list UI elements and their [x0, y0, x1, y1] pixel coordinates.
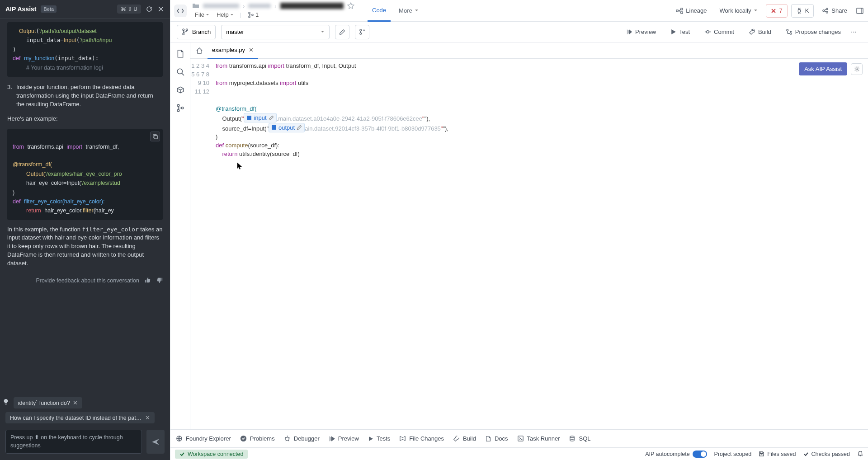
tab-more[interactable]: More	[394, 0, 423, 22]
file-icon[interactable]	[175, 49, 185, 59]
branch-bar: Branch master Preview Test Commit Build …	[170, 22, 868, 42]
notifications-icon[interactable]	[857, 450, 863, 458]
svg-point-9	[826, 11, 828, 13]
dataset-chip-output[interactable]: output	[269, 123, 305, 132]
tab-debugger[interactable]: Debugger	[284, 435, 320, 442]
close-icon[interactable]	[157, 5, 165, 13]
workspace-status: Workspace connected	[175, 450, 248, 459]
aip-code-block-2: from transforms.api import transform_df,…	[7, 129, 163, 220]
aip-beta-badge: Beta	[41, 5, 57, 13]
aip-assist-panel: AIP Assist Beta ⌘ ⇧ U Output('/path/to/o…	[0, 0, 170, 460]
files-saved-status: Files saved	[759, 451, 796, 457]
status-bar: Workspace connected AIP autocomplete Pro…	[170, 447, 868, 460]
close-icon[interactable]: ✕	[73, 399, 78, 406]
file-tab-examples[interactable]: examples.py ✕	[208, 42, 258, 59]
lineage-button[interactable]: Lineage	[671, 4, 711, 18]
main-area: › › File Help | 1 Code More Lineage	[170, 0, 868, 460]
tab-foundry-explorer[interactable]: Foundry Explorer	[176, 435, 231, 442]
step-text: Inside your function, perform the desire…	[16, 83, 163, 109]
svg-point-28	[285, 437, 289, 441]
refresh-icon[interactable]	[146, 5, 153, 13]
svg-point-21	[177, 109, 179, 112]
suggestion-chip-2[interactable]: How can I specify the dataset ID instead…	[5, 412, 155, 423]
svg-point-2	[249, 16, 250, 18]
home-icon[interactable]	[192, 43, 207, 58]
example-intro: Here's an example:	[7, 115, 163, 123]
tab-docs[interactable]: Docs	[485, 435, 508, 442]
tab-preview[interactable]: Preview	[329, 435, 359, 442]
tab-row: examples.py ✕	[190, 42, 868, 59]
line-gutter: 1 2 3 4 5 6 7 8 9 10 11 12	[190, 61, 216, 429]
icon-rail	[170, 42, 190, 429]
more-icon[interactable]: ⋯	[851, 28, 862, 35]
breadcrumb-seg-1[interactable]	[203, 4, 239, 8]
svg-rect-4	[676, 10, 678, 12]
thumbs-up-icon[interactable]	[145, 277, 151, 285]
edit-icon[interactable]	[335, 25, 349, 39]
app-icon[interactable]	[174, 5, 187, 17]
tab-file-changes[interactable]: File Changes	[399, 435, 444, 442]
send-button[interactable]	[146, 430, 165, 454]
package-icon[interactable]	[175, 85, 185, 95]
checks-passed-status: Checks passed	[803, 451, 850, 457]
preview-button[interactable]: Preview	[621, 25, 660, 39]
svg-point-13	[186, 29, 188, 31]
bottom-panel-tabs: Foundry Explorer Problems Debugger Previ…	[170, 429, 868, 447]
share-button[interactable]: Share	[817, 4, 852, 18]
aip-input[interactable]: Press up ⬆ on the keyboard to cycle thro…	[5, 430, 142, 454]
svg-rect-24	[247, 116, 251, 120]
folder-icon	[192, 2, 199, 9]
command-k-button[interactable]: K	[791, 4, 814, 18]
close-icon[interactable]: ✕	[145, 414, 150, 421]
branch-select[interactable]: master	[221, 25, 330, 39]
file-menu[interactable]: File	[192, 10, 212, 19]
propose-changes-button[interactable]: Propose changes	[781, 25, 845, 39]
svg-rect-5	[681, 8, 683, 10]
tab-problems[interactable]: Problems	[240, 435, 275, 442]
help-menu[interactable]: Help	[214, 10, 236, 19]
tab-sql[interactable]: SQL	[569, 435, 590, 442]
new-branch-icon[interactable]	[355, 25, 369, 39]
suggestion-chip-1[interactable]: identity` function do? ✕	[14, 397, 82, 408]
thumbs-down-icon[interactable]	[156, 277, 163, 285]
tab-code[interactable]: Code	[368, 0, 391, 22]
breadcrumb-title	[280, 3, 344, 9]
version-control-icon[interactable]: 1	[245, 10, 261, 19]
svg-point-8	[826, 8, 828, 10]
tab-build[interactable]: Build	[453, 435, 476, 442]
branch-button[interactable]: Branch	[177, 25, 216, 39]
svg-point-16	[707, 31, 709, 33]
error-count-button[interactable]: 7	[766, 4, 787, 18]
close-icon[interactable]: ✕	[249, 47, 254, 53]
search-icon[interactable]	[175, 67, 185, 77]
breadcrumb-seg-2[interactable]	[248, 4, 271, 8]
svg-point-3	[252, 14, 254, 16]
code-editor[interactable]: 1 2 3 4 5 6 7 8 9 10 11 12 from transfor…	[190, 59, 868, 429]
code-content[interactable]: from transforms.api import transform_df,…	[216, 61, 868, 429]
aip-autocomplete-toggle[interactable]: AIP autocomplete	[645, 451, 707, 458]
aip-code-block-1: Output('/path/to/output/dataset input_da…	[7, 22, 163, 77]
svg-rect-0	[154, 135, 157, 138]
aip-shortcut: ⌘ ⇧ U	[117, 5, 141, 14]
svg-rect-6	[681, 12, 683, 14]
svg-rect-25	[272, 125, 276, 130]
work-locally-button[interactable]: Work locally	[715, 4, 763, 18]
aip-explanation: In this example, the function filter_eye…	[7, 225, 163, 268]
feedback-row: Provide feedback about this conversation	[7, 273, 163, 286]
dataset-chip-input[interactable]: input	[244, 113, 276, 122]
aip-footer: identity` function do? ✕ How can I speci…	[0, 392, 170, 460]
svg-point-17	[787, 29, 788, 31]
star-icon[interactable]	[347, 2, 354, 9]
git-icon[interactable]	[175, 103, 185, 113]
svg-point-1	[249, 12, 250, 14]
commit-button[interactable]: Commit	[700, 25, 739, 39]
copy-icon[interactable]	[150, 131, 160, 141]
test-button[interactable]: Test	[666, 25, 694, 39]
tab-task-runner[interactable]: Task Runner	[517, 435, 560, 442]
panel-toggle-icon[interactable]	[855, 4, 864, 18]
aip-body: Output('/path/to/output/dataset input_da…	[0, 19, 170, 392]
aip-header: AIP Assist Beta ⌘ ⇧ U	[0, 0, 170, 19]
tab-tests[interactable]: Tests	[368, 435, 390, 442]
build-button[interactable]: Build	[744, 25, 776, 39]
svg-point-7	[823, 10, 825, 12]
